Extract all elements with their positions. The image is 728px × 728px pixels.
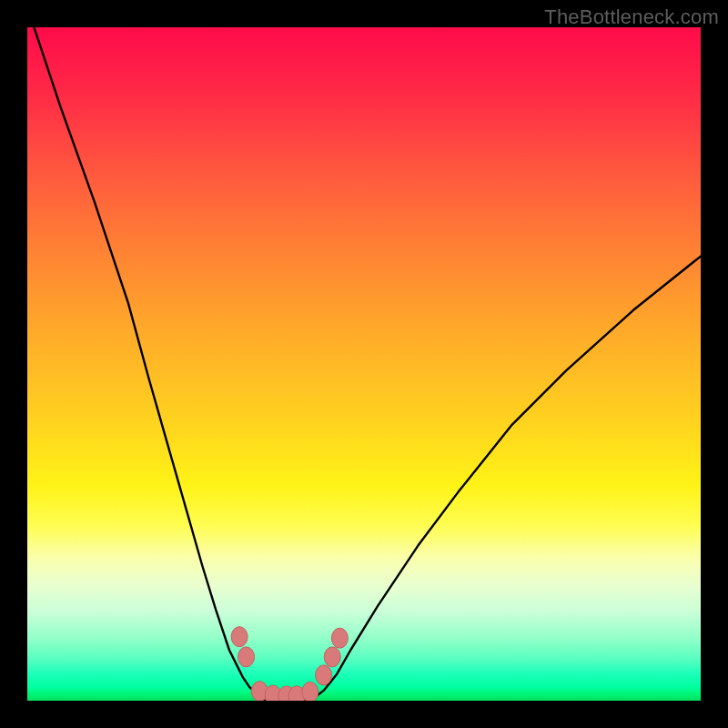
data-marker	[231, 627, 248, 647]
marker-group	[231, 627, 348, 701]
chart-svg	[27, 27, 701, 701]
data-marker	[324, 647, 340, 667]
data-marker	[302, 682, 318, 701]
watermark-text: TheBottleneck.com	[544, 5, 719, 29]
bottleneck-curve	[34, 27, 701, 701]
data-marker	[331, 628, 348, 648]
plot-area	[27, 27, 701, 701]
curve-group	[34, 27, 701, 701]
outer-frame: TheBottleneck.com	[0, 0, 728, 728]
data-marker	[316, 665, 332, 685]
data-marker	[238, 647, 255, 667]
